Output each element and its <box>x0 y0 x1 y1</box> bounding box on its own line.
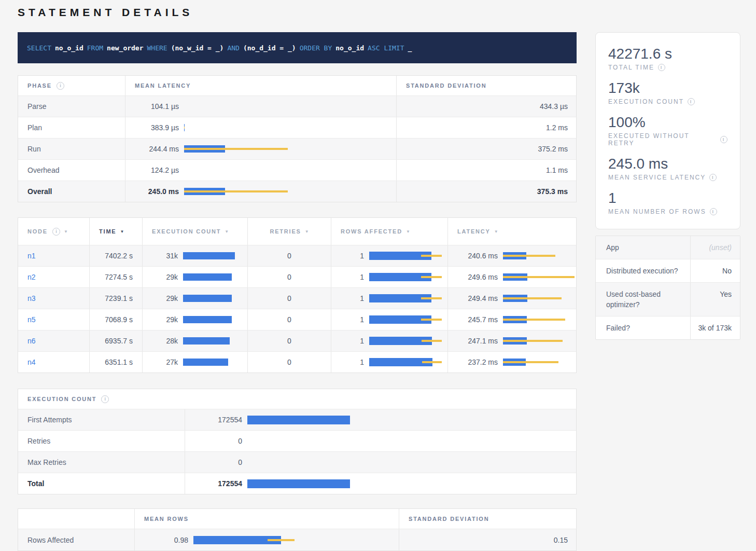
node-link[interactable]: n4 <box>27 358 36 366</box>
retries-value: 0 <box>287 358 291 366</box>
stat-value: 1 <box>608 189 727 207</box>
time-value: 6351.1 s <box>105 358 133 366</box>
count-bar <box>247 479 351 488</box>
mean-latency-value: 245.0 ms <box>135 187 179 196</box>
latency-bar <box>503 337 576 345</box>
info-icon[interactable]: i <box>688 98 695 105</box>
count-value: 172554 <box>194 479 242 488</box>
execution-count-value: 29k <box>152 273 178 281</box>
latency-value: 249.4 ms <box>457 294 498 302</box>
sql-keyword: ORDER BY <box>300 44 332 52</box>
table-row-total: Total 172554 <box>18 473 576 494</box>
rows-affected-value: 1 <box>341 315 364 324</box>
standard-deviation-value: 0.15 <box>554 536 568 544</box>
mean-latency-value: 124.2 µs <box>135 166 179 174</box>
latency-bar <box>503 316 576 323</box>
table-row: n3 7239.1 s 29k 0 1 249.4 ms <box>18 287 576 309</box>
phase-label: Overall <box>27 187 52 196</box>
latency-bar-chart <box>184 145 288 153</box>
rows-affected-value: 1 <box>341 273 364 281</box>
execution-count-value: 31k <box>152 252 178 260</box>
node-link[interactable]: n3 <box>27 294 36 302</box>
execution-count-table: Execution Counti First Attempts 172554 R… <box>18 389 577 494</box>
standard-deviation-value: 1.1 ms <box>546 166 568 174</box>
info-icon[interactable]: i <box>720 136 727 143</box>
info-icon[interactable]: i <box>52 228 60 236</box>
sql-keyword: AND <box>227 44 239 52</box>
table-row: n6 6935.7 s 28k 0 1 247.1 ms <box>18 330 576 351</box>
info-icon[interactable]: i <box>710 208 717 215</box>
rows-affected-bar <box>369 252 442 260</box>
node-link[interactable]: n6 <box>27 337 36 345</box>
stat-total-time: 42271.6 s Total Timei <box>608 45 727 71</box>
count-bar <box>247 416 351 424</box>
node-stats-table: Nodei▼ Time▼ Execution Count▼ Retries▼ R… <box>18 217 577 373</box>
sql-keyword: ASC LIMIT <box>368 44 404 52</box>
latency-bar-chart <box>184 124 288 131</box>
info-icon[interactable]: i <box>57 82 64 90</box>
execution-count-value: 29k <box>152 294 178 302</box>
standard-deviation-column-header: Standard Deviation <box>406 82 486 89</box>
stat-execution-count: 173k Execution Counti <box>608 79 727 105</box>
info-icon[interactable]: i <box>658 64 665 71</box>
phase-label: Parse <box>27 102 47 111</box>
latency-value: 237.2 ms <box>457 358 498 366</box>
attribute-row-optimizer: Used cost-based optimizer? Yes <box>596 282 740 316</box>
retries-value: 0 <box>287 315 291 324</box>
sql-identifier: (no_w_id = _) <box>171 44 224 52</box>
mean-latency-value: 244.4 ms <box>135 145 179 153</box>
time-value: 7239.1 s <box>105 294 133 302</box>
sql-identifier: no_o_id <box>335 44 364 52</box>
sql-identifier: (no_d_id = _) <box>243 44 296 52</box>
stat-mean-service-latency: 245.0 ms Mean Service Latencyi <box>608 155 727 181</box>
standard-deviation-value: 434.3 µs <box>540 102 568 111</box>
mean-rows-bar <box>193 536 297 544</box>
standard-deviation-value: 375.3 ms <box>537 187 568 196</box>
rows-affected-bar <box>369 315 442 324</box>
latency-bar <box>503 252 576 259</box>
rows-affected-value: 1 <box>341 294 364 302</box>
time-value: 7068.9 s <box>105 315 133 324</box>
node-column-header[interactable]: Nodei▼ <box>18 218 89 245</box>
count-value: 0 <box>194 458 242 466</box>
phase-column-header: Phase <box>27 82 52 89</box>
retries-value: 0 <box>287 252 291 260</box>
execution-count-bar <box>183 295 235 302</box>
table-row: Overhead 124.2 µs 1.1 ms <box>18 159 576 181</box>
node-link[interactable]: n2 <box>27 273 36 281</box>
attribute-value: Yes <box>690 283 740 316</box>
latency-bar <box>503 273 576 281</box>
sort-desc-icon: ▼ <box>64 229 68 234</box>
retries-column-header[interactable]: Retries▼ <box>247 218 331 245</box>
execution-count-value: 27k <box>152 358 178 366</box>
stat-label: Mean Service Latency <box>608 174 706 181</box>
execution-count-bar <box>183 316 235 323</box>
rows-affected-bar <box>369 273 442 281</box>
execution-count-column-header[interactable]: Execution Count▼ <box>142 218 247 245</box>
info-icon[interactable]: i <box>709 174 717 181</box>
standard-deviation-column-header: Standard Deviation <box>409 516 489 522</box>
row-label: Max Retries <box>27 458 66 466</box>
sort-desc-icon: ▼ <box>225 229 229 234</box>
latency-bar <box>503 359 576 366</box>
retries-value: 0 <box>287 294 291 302</box>
count-value: 0 <box>194 437 242 445</box>
sql-statement: SELECTno_o_idFROMnew_orderWHERE(no_w_id … <box>27 44 412 52</box>
attribute-value: No <box>690 259 740 282</box>
rows-affected-column-header[interactable]: Rows Affected▼ <box>331 218 447 245</box>
time-column-header[interactable]: Time▼ <box>89 218 142 245</box>
time-value: 6935.7 s <box>105 337 133 345</box>
node-link[interactable]: n5 <box>27 315 36 324</box>
latency-value: 247.1 ms <box>457 337 498 345</box>
summary-stats-card: 42271.6 s Total Timei 173k Execution Cou… <box>595 32 740 229</box>
attribute-value: (unset) <box>690 236 740 259</box>
row-label: First Attempts <box>27 416 72 424</box>
node-link[interactable]: n1 <box>27 252 36 260</box>
stat-executed-without-retry: 100% Executed Without Retryi <box>608 114 727 147</box>
row-label: Rows Affected <box>27 536 74 544</box>
info-icon[interactable]: i <box>101 395 109 403</box>
attribute-label: Used cost-based optimizer? <box>596 283 690 316</box>
phase-label: Overhead <box>27 166 59 174</box>
latency-column-header[interactable]: Latency▼ <box>447 218 577 245</box>
latency-value: 249.6 ms <box>457 273 498 281</box>
